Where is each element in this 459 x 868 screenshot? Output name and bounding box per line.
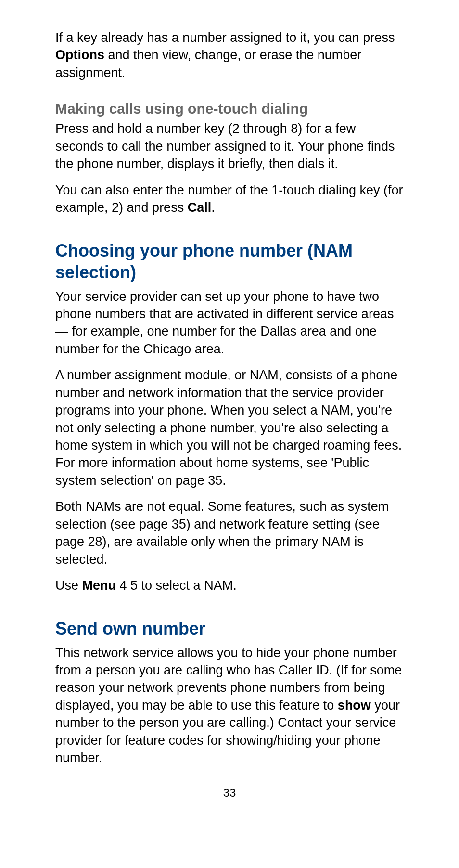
paragraph-nam-4: Use Menu 4 5 to select a NAM. <box>55 577 404 594</box>
paragraph-send-own: This network service allows you to hide … <box>55 644 404 767</box>
text: You can also enter the number of the 1-t… <box>55 183 403 215</box>
options-label: Options <box>55 48 104 62</box>
text: If a key already has a number assigned t… <box>55 30 395 45</box>
page-container: If a key already has a number assigned t… <box>0 0 459 868</box>
paragraph-intro: If a key already has a number assigned t… <box>55 29 404 81</box>
show-label: show <box>338 698 371 713</box>
text: 4 5 to select a NAM. <box>116 578 237 593</box>
paragraph-one-touch-2: You can also enter the number of the 1-t… <box>55 181 404 217</box>
text: . <box>211 200 215 215</box>
call-label: Call <box>188 200 212 215</box>
page-number: 33 <box>55 786 404 800</box>
menu-label: Menu <box>82 578 116 593</box>
heading-send-own-number: Send own number <box>55 618 404 639</box>
paragraph-nam-3: Both NAMs are not equal. Some features, … <box>55 498 404 568</box>
paragraph-one-touch-1: Press and hold a number key (2 through 8… <box>55 120 404 172</box>
sub-heading-one-touch: Making calls using one-touch dialing <box>55 101 404 117</box>
text: Use <box>55 578 82 593</box>
paragraph-nam-2: A number assignment module, or NAM, cons… <box>55 366 404 489</box>
paragraph-nam-1: Your service provider can set up your ph… <box>55 288 404 358</box>
heading-nam-selection: Choosing your phone number (NAM selectio… <box>55 240 404 283</box>
